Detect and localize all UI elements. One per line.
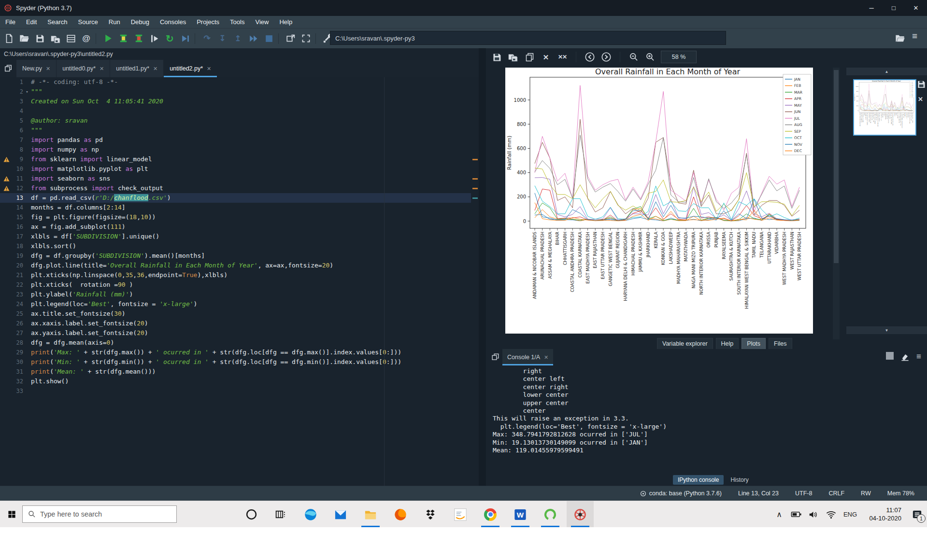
p-save-all-icon[interactable] [507, 51, 519, 63]
step-out-icon[interactable]: ↥ [231, 32, 244, 45]
code-line-16[interactable]: 16 ax = fig.add_subplot(111) [0, 222, 471, 232]
console-output[interactable]: right center left center right lower cen… [486, 365, 927, 476]
taskbar-word-icon[interactable]: W [507, 501, 534, 528]
step-over-icon[interactable]: ↷ [200, 32, 214, 45]
toolbar-menu-icon[interactable]: ≡ [912, 31, 917, 42]
code-line-17[interactable]: 17 xlbls = df['SUBDIVISION'].unique() [0, 232, 471, 241]
code-line-2[interactable]: 2 ▾ """ [0, 87, 471, 97]
clock[interactable]: 11:07 04-10-2020 [861, 501, 901, 528]
language-indicator[interactable]: ENG [841, 501, 860, 528]
menu-run[interactable]: Run [103, 16, 126, 28]
code-line-9[interactable]: 9 from sklearn import linear_model [0, 154, 471, 164]
taskbar-mail-icon[interactable] [327, 501, 354, 528]
thumbnail-save-icon[interactable] [916, 79, 926, 89]
code-line-13[interactable]: 13 df = pd.read_csv(r'D:/chanflood.csv') [0, 193, 471, 203]
taskbar-edge-icon[interactable] [297, 501, 324, 528]
console-bottom-tab-0[interactable]: IPython console [673, 475, 724, 485]
tab-close-icon[interactable]: ✕ [207, 66, 211, 72]
menu-projects[interactable]: Projects [191, 16, 225, 28]
analysis-flag[interactable] [472, 178, 478, 180]
code-line-23[interactable]: 23 plt.ylabel('Rainfall (mm)') [0, 290, 471, 299]
plot-figure[interactable]: 02004006008001000ANDAMAN & NICOBAR ISLAN… [505, 68, 813, 334]
taskbar-search-input[interactable]: Type here to search [22, 505, 177, 523]
menu-view[interactable]: View [250, 16, 274, 28]
run-cell-icon[interactable] [117, 32, 130, 45]
code-line-29[interactable]: 29 print('Max: ' + str(dfg.max()) + ' oc… [0, 348, 471, 357]
editor-tab-2[interactable]: untitled1.py*✕ [110, 60, 163, 77]
p-close-all-icon[interactable]: ✕✕ [556, 51, 568, 63]
thumbnails-scroll-down[interactable]: ▼ [846, 326, 927, 334]
browse-tabs-icon[interactable] [0, 60, 16, 77]
analysis-flag[interactable] [472, 188, 478, 189]
maximize-icon[interactable] [299, 32, 313, 45]
taskbar-explorer-icon[interactable] [357, 501, 384, 528]
save-icon[interactable] [33, 32, 46, 45]
thumbnail-close-icon[interactable]: ✕ [918, 96, 923, 103]
code-line-14[interactable]: 14 months = df.columns[2:14] [0, 203, 471, 212]
rerun-icon[interactable]: ↻ [163, 32, 176, 45]
code-line-18[interactable]: 18 xlbls.sort() [0, 241, 471, 251]
tab-close-icon[interactable]: ✕ [46, 66, 50, 72]
code-line-25[interactable]: 25 ax.title.set_fontsize(30) [0, 309, 471, 319]
taskbar-chrome-icon[interactable] [477, 501, 504, 528]
menu-source[interactable]: Source [73, 16, 103, 28]
new-file-icon[interactable] [2, 32, 15, 45]
maximize-button[interactable]: □ [883, 0, 905, 16]
code-line-22[interactable]: 22 plt.xticks( rotation =90 ) [0, 280, 471, 290]
browse-directory-icon[interactable] [894, 32, 907, 45]
console-tab[interactable]: Console 1/A ✕ [502, 349, 553, 365]
code-line-20[interactable]: 20 dfg.plot.line(title='Overall Rainfall… [0, 261, 471, 270]
code-line-31[interactable]: 31 print('Mean: ' + str(dfg.mean())) [0, 367, 471, 377]
working-directory-field[interactable]: C:\Users\sravan\.spyder-py3 [330, 31, 726, 45]
wifi-icon[interactable] [822, 501, 840, 528]
plot-zoom-level[interactable]: 58 % [661, 51, 697, 63]
taskbar-spyder-icon[interactable] [567, 501, 594, 528]
taskbar-firefox-icon[interactable] [387, 501, 414, 528]
menu-search[interactable]: Search [42, 16, 72, 28]
open-file-icon[interactable] [18, 32, 31, 45]
code-line-19[interactable]: 19 dfg = df.groupby('SUBDIVISION').mean(… [0, 251, 471, 261]
cortana-button[interactable] [238, 501, 265, 528]
code-line-24[interactable]: 24 plt.legend(loc='Best', fontsize = 'x-… [0, 299, 471, 309]
taskbar-amazon-icon[interactable] [447, 501, 474, 528]
close-button[interactable]: ✕ [905, 0, 927, 16]
editor-tab-3[interactable]: untitled2.py*✕ [164, 60, 217, 77]
browse-consoles-icon[interactable] [491, 352, 500, 362]
editor-tab-0[interactable]: New.py✕ [16, 60, 56, 77]
pane-tab-variable-explorer[interactable]: Variable explorer [657, 338, 713, 350]
p-zoom-out-icon[interactable] [628, 51, 640, 63]
create-cell-icon[interactable] [64, 32, 77, 45]
code-line-28[interactable]: 28 dfg = dfg.mean(axis=0) [0, 338, 471, 348]
p-copy-icon[interactable] [524, 51, 535, 63]
plot-thumbnail[interactable]: 02004006008001000ANDAMAN & NICOBAR ISLAN… [853, 79, 916, 136]
taskbar-dropbox-icon[interactable] [417, 501, 444, 528]
code-editor[interactable]: 1 # -*- coding: utf-8 -*- 2 ▾ """ 3 Crea… [0, 77, 479, 486]
code-line-3[interactable]: 3 Created on Sun Oct 4 11:05:41 2020 [0, 97, 471, 106]
pane-tab-files[interactable]: Files [769, 338, 792, 350]
p-zoom-in-icon[interactable] [644, 51, 656, 63]
code-line-11[interactable]: 11 import seaborn as sns [0, 174, 471, 183]
editor-tab-1[interactable]: untitled0.py*✕ [57, 60, 110, 77]
p-next-icon[interactable] [600, 51, 612, 63]
menu-help[interactable]: Help [274, 16, 298, 28]
code-line-30[interactable]: 30 print('Min: ' + str(dfg.min()) + ' oc… [0, 357, 471, 367]
p-close-icon[interactable]: ✕ [540, 51, 552, 63]
code-line-32[interactable]: 32 plt.show() [0, 377, 471, 386]
taskbar-ring-icon[interactable] [537, 501, 564, 528]
code-line-4[interactable]: 4 [0, 106, 471, 116]
menu-consoles[interactable]: Consoles [155, 16, 191, 28]
notifications-button[interactable]: 1 [907, 501, 927, 528]
tab-close-icon[interactable]: ✕ [100, 66, 104, 72]
menu-file[interactable]: File [0, 16, 21, 28]
step-into-icon[interactable]: ↧ [216, 32, 229, 45]
code-line-27[interactable]: 27 ax.yaxis.label.set_fontsize(20) [0, 328, 471, 338]
new-window-icon[interactable] [284, 32, 297, 45]
stop-icon[interactable] [262, 32, 275, 45]
console-bottom-tab-1[interactable]: History [726, 475, 753, 485]
pane-tab-plots[interactable]: Plots [742, 338, 766, 350]
tray-chevron-icon[interactable]: ∧ [771, 501, 787, 528]
code-line-33[interactable]: 33 [0, 386, 471, 396]
code-line-8[interactable]: 8 import numpy as np [0, 145, 471, 154]
fold-icon[interactable]: ▾ [23, 87, 31, 97]
speaker-icon[interactable] [805, 501, 822, 528]
